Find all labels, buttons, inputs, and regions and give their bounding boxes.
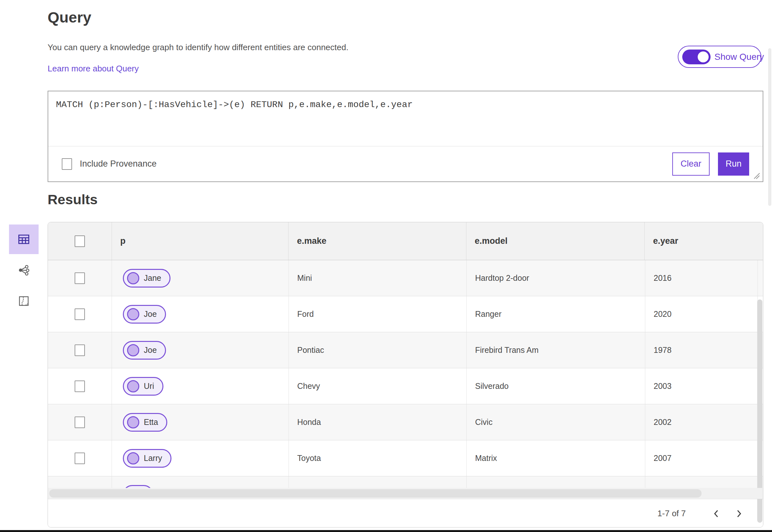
table-row <box>48 476 763 488</box>
entity-pill[interactable]: Uri <box>123 377 163 396</box>
cell-year: 2007 <box>645 440 758 476</box>
toggle-switch-icon[interactable] <box>682 50 711 64</box>
map-view-icon <box>18 295 30 307</box>
column-header-model[interactable]: e.model <box>466 222 645 260</box>
entity-name: Etta <box>144 417 158 427</box>
learn-more-link[interactable]: Learn more about Query <box>48 64 139 74</box>
cell-make <box>289 476 467 488</box>
column-header-p[interactable]: p <box>112 222 289 260</box>
cell-model: Firebird Trans Am <box>467 332 645 368</box>
cell-year: 2003 <box>645 368 758 404</box>
query-section-title: Query <box>48 8 91 26</box>
column-header-year[interactable]: e.year <box>645 222 763 260</box>
partial-table-row <box>48 476 763 488</box>
row-checkbox[interactable] <box>75 272 85 284</box>
entity-pill[interactable]: Joe <box>123 305 166 324</box>
table-header-row: p e.make e.model e.year <box>48 222 763 260</box>
entity-pill[interactable]: Larry <box>123 449 171 468</box>
select-all-checkbox[interactable] <box>75 235 85 247</box>
next-page-button[interactable] <box>728 502 750 525</box>
chevron-right-icon <box>734 509 744 518</box>
horizontal-scrollbar-thumb[interactable] <box>49 489 702 498</box>
cell-make: Honda <box>289 404 467 440</box>
pagination-bar: 1-7 of 7 <box>48 499 763 527</box>
table-row: Jane Mini Hardtop 2-door 2016 <box>48 260 763 296</box>
cell-year: 2016 <box>645 260 758 296</box>
entity-node-icon <box>127 452 139 464</box>
column-header-make[interactable]: e.make <box>289 222 466 260</box>
pagination-range-label: 1-7 of 7 <box>657 509 686 518</box>
cell-model: Silverado <box>467 368 645 404</box>
cell-model <box>467 476 645 488</box>
show-query-toggle[interactable]: Show Query <box>678 46 761 68</box>
results-table: p e.make e.model e.year Jane Mini Hardto… <box>48 222 763 527</box>
page-scrollbar[interactable] <box>768 48 771 206</box>
table-row: Joe Pontiac Firebird Trans Am 1978 <box>48 332 763 368</box>
include-provenance-label: Include Provenance <box>80 159 157 169</box>
row-checkbox[interactable] <box>75 417 85 428</box>
clear-button[interactable]: Clear <box>672 152 710 176</box>
results-view-rail <box>9 225 39 316</box>
table-row: Joe Ford Ranger 2020 <box>48 296 763 332</box>
cell-make: Chevy <box>289 368 467 404</box>
table-body: Jane Mini Hardtop 2-door 2016 Joe Ford <box>48 260 763 488</box>
map-view-button[interactable] <box>9 286 39 316</box>
cell-make: Ford <box>289 296 467 332</box>
table-row: Larry Toyota Matrix 2007 <box>48 440 763 476</box>
query-textarea[interactable]: MATCH (p:Person)-[:HasVehicle]->(e) RETU… <box>48 91 763 147</box>
entity-name: Jane <box>144 273 161 283</box>
entity-pill[interactable] <box>123 485 153 488</box>
entity-name: Uri <box>144 381 154 391</box>
cell-make: Toyota <box>289 440 467 476</box>
table-view-button[interactable] <box>9 225 39 254</box>
show-query-label: Show Query <box>714 52 764 62</box>
entity-node-icon <box>127 380 139 392</box>
row-checkbox[interactable] <box>75 344 85 356</box>
entity-node-icon <box>127 416 139 428</box>
link-chart-view-icon <box>18 264 30 276</box>
entity-name: Larry <box>144 454 162 463</box>
table-row: Uri Chevy Silverado 2003 <box>48 368 763 404</box>
cell-year: 2020 <box>645 296 758 332</box>
entity-name: Joe <box>144 309 157 319</box>
cell-model: Ranger <box>467 296 645 332</box>
entity-name: Joe <box>144 345 157 355</box>
horizontal-scrollbar-track[interactable] <box>48 488 763 499</box>
previous-page-button[interactable] <box>705 502 728 525</box>
query-editor-panel: MATCH (p:Person)-[:HasVehicle]->(e) RETU… <box>48 91 763 182</box>
row-checkbox[interactable] <box>75 381 85 392</box>
row-checkbox[interactable] <box>75 308 85 320</box>
table-view-icon <box>18 233 30 245</box>
cell-year: 1978 <box>645 332 758 368</box>
cell-year: 2002 <box>645 404 758 440</box>
cell-make: Pontiac <box>289 332 467 368</box>
cell-model: Matrix <box>467 440 645 476</box>
chevron-left-icon <box>712 509 721 518</box>
run-button[interactable]: Run <box>718 152 749 176</box>
cell-model: Hardtop 2-door <box>467 260 645 296</box>
entity-node-icon <box>127 272 139 284</box>
query-page: Query You can query a knowledge graph to… <box>0 0 772 530</box>
results-section-title: Results <box>48 192 97 207</box>
entity-node-icon <box>127 308 139 320</box>
entity-pill[interactable]: Jane <box>123 269 170 288</box>
entity-pill[interactable]: Etta <box>123 413 167 432</box>
cell-model: Civic <box>467 404 645 440</box>
include-provenance-checkbox[interactable] <box>62 158 72 170</box>
query-description: You can query a knowledge graph to ident… <box>48 42 348 52</box>
query-footer: Include Provenance Clear Run <box>48 146 763 181</box>
row-checkbox[interactable] <box>75 453 85 464</box>
cell-make: Mini <box>289 260 467 296</box>
entity-pill[interactable]: Joe <box>123 341 166 360</box>
link-chart-view-button[interactable] <box>9 255 39 285</box>
table-row: Etta Honda Civic 2002 <box>48 404 763 440</box>
entity-node-icon <box>127 344 139 356</box>
cell-year <box>645 476 758 488</box>
